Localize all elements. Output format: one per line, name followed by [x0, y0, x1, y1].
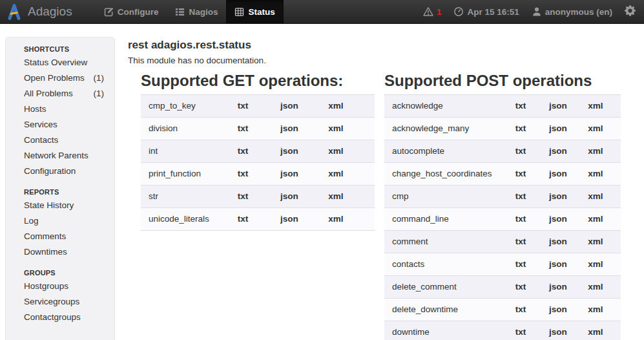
txt-link-delete-downtime[interactable]: txt — [515, 304, 526, 314]
json-link-delete-downtime[interactable]: json — [549, 304, 567, 314]
xml-link-delete-comment[interactable]: xml — [588, 282, 603, 292]
json-link-cmp[interactable]: json — [549, 191, 567, 201]
xml-link-comment[interactable]: xml — [588, 237, 603, 246]
txt-link-delete-comment[interactable]: txt — [515, 282, 526, 292]
txt-link-acknowledge-many[interactable]: txt — [515, 123, 526, 133]
operation-action-cell: json — [539, 299, 577, 321]
nav-status[interactable]: Status — [226, 0, 283, 23]
xml-link-cmp-to-key[interactable]: xml — [328, 101, 343, 111]
sidebar-section-title-reports: REPORTS — [6, 186, 114, 198]
operation-action-cell: xml — [313, 186, 375, 208]
json-link-print-function[interactable]: json — [280, 169, 298, 178]
list-icon — [175, 7, 185, 17]
json-link-contacts[interactable]: json — [549, 259, 567, 269]
operation-row-print-function: print_functiontxtjsonxml — [141, 163, 375, 186]
sidebar-item-label: All Problems — [24, 89, 73, 99]
txt-link-comment[interactable]: txt — [515, 237, 526, 246]
txt-link-command-line[interactable]: txt — [515, 214, 526, 224]
operation-action-cell: json — [539, 186, 577, 208]
xml-link-acknowledge[interactable]: xml — [588, 101, 603, 111]
page-subtitle: This module has no documentation. — [128, 56, 639, 66]
sidebar-item-contacts[interactable]: Contacts — [6, 133, 114, 148]
json-link-change-host-coordinates[interactable]: json — [549, 169, 567, 178]
operation-name: command_line — [384, 208, 502, 231]
json-link-int[interactable]: json — [280, 146, 298, 156]
operation-action-cell: txt — [502, 208, 539, 231]
sidebar-item-hosts[interactable]: Hosts — [6, 101, 114, 117]
xml-link-unicode-literals[interactable]: xml — [328, 214, 343, 224]
xml-link-delete-downtime[interactable]: xml — [588, 304, 603, 314]
operation-row-unicode-literals: unicode_literalstxtjsonxml — [141, 208, 375, 231]
json-link-str[interactable]: json — [280, 191, 298, 201]
json-link-comment[interactable]: json — [549, 237, 567, 246]
clock-display: Apr 15 16:51 — [453, 6, 519, 17]
sidebar-item-all-problems[interactable]: All Problems(1) — [6, 86, 114, 101]
txt-link-cmp[interactable]: txt — [515, 191, 526, 201]
get-operations-table: cmp_to_keytxtjsonxmldivisiontxtjsonxmlin… — [141, 94, 375, 231]
txt-link-print-function[interactable]: txt — [238, 169, 249, 178]
sidebar-item-status-overview[interactable]: Status Overview — [6, 55, 114, 70]
nav-configure-label: Configure — [118, 7, 159, 17]
xml-link-print-function[interactable]: xml — [328, 169, 343, 178]
json-link-unicode-literals[interactable]: json — [280, 214, 298, 224]
txt-link-change-host-coordinates[interactable]: txt — [515, 169, 526, 178]
xml-link-contacts[interactable]: xml — [588, 259, 603, 269]
operation-row-contacts: contactstxtjsonxml — [384, 253, 621, 276]
post-operations-section: Supported POST operations acknowledgetxt… — [384, 72, 621, 340]
json-link-autocomplete[interactable]: json — [549, 146, 567, 156]
username-text: anonymous (en) — [545, 7, 612, 17]
sidebar-item-servicegroups[interactable]: Servicegroups — [6, 294, 114, 310]
xml-link-command-line[interactable]: xml — [588, 214, 603, 224]
sidebar-item-downtimes[interactable]: Downtimes — [6, 244, 114, 260]
brand[interactable]: Adagios — [0, 0, 81, 23]
txt-link-division[interactable]: txt — [238, 123, 249, 133]
edit-icon — [104, 7, 114, 17]
sidebar-item-state-history[interactable]: State History — [6, 198, 114, 213]
json-link-delete-comment[interactable]: json — [549, 282, 567, 292]
operation-action-cell: xml — [313, 95, 375, 118]
sidebar-item-comments[interactable]: Comments — [6, 229, 114, 244]
operation-action-cell: xml — [313, 140, 375, 163]
operation-row-str: strtxtjsonxml — [141, 186, 375, 208]
xml-link-cmp[interactable]: xml — [588, 191, 603, 201]
sidebar-item-log[interactable]: Log — [6, 213, 114, 229]
sidebar-item-network-parents[interactable]: Network Parents — [6, 148, 114, 164]
xml-link-change-host-coordinates[interactable]: xml — [588, 169, 603, 178]
json-link-acknowledge-many[interactable]: json — [549, 123, 567, 133]
main-content: rest adagios.rest.status This module has… — [128, 39, 639, 340]
json-link-command-line[interactable]: json — [549, 214, 567, 224]
json-link-division[interactable]: json — [280, 123, 298, 133]
operation-name: str — [141, 186, 220, 208]
alerts-indicator[interactable]: 1 — [423, 6, 442, 17]
txt-link-str[interactable]: txt — [238, 191, 249, 201]
txt-link-cmp-to-key[interactable]: txt — [238, 101, 249, 111]
xml-link-acknowledge-many[interactable]: xml — [588, 123, 603, 133]
sidebar-item-hostgroups[interactable]: Hostgroups — [6, 279, 114, 294]
xml-link-division[interactable]: xml — [328, 123, 343, 133]
json-link-acknowledge[interactable]: json — [549, 101, 567, 111]
sidebar-item-configuration[interactable]: Configuration — [6, 164, 114, 179]
txt-link-autocomplete[interactable]: txt — [515, 146, 526, 156]
operations-columns: Supported GET operations: cmp_to_keytxtj… — [128, 72, 639, 340]
operation-action-cell: txt — [220, 140, 266, 163]
nav-configure[interactable]: Configure — [96, 0, 167, 23]
txt-link-downtime[interactable]: txt — [515, 327, 526, 337]
xml-link-int[interactable]: xml — [328, 146, 343, 156]
json-link-downtime[interactable]: json — [549, 327, 567, 337]
sidebar-item-contactgroups[interactable]: Contactgroups — [6, 310, 114, 325]
user-menu[interactable]: anonymous (en) — [532, 6, 612, 17]
txt-link-unicode-literals[interactable]: txt — [238, 214, 249, 224]
settings-button[interactable] — [625, 5, 636, 18]
txt-link-contacts[interactable]: txt — [515, 259, 526, 269]
sidebar-item-open-problems[interactable]: Open Problems(1) — [6, 70, 114, 86]
xml-link-str[interactable]: xml — [328, 191, 343, 201]
xml-link-downtime[interactable]: xml — [588, 327, 603, 337]
nav-nagios[interactable]: Nagios — [167, 0, 226, 23]
sidebar-item-services[interactable]: Services — [6, 117, 114, 133]
txt-link-int[interactable]: txt — [238, 146, 249, 156]
operation-action-cell: txt — [502, 231, 539, 253]
xml-link-autocomplete[interactable]: xml — [588, 146, 603, 156]
json-link-cmp-to-key[interactable]: json — [280, 101, 298, 111]
txt-link-acknowledge[interactable]: txt — [515, 101, 526, 111]
operation-action-cell: xml — [577, 299, 621, 321]
